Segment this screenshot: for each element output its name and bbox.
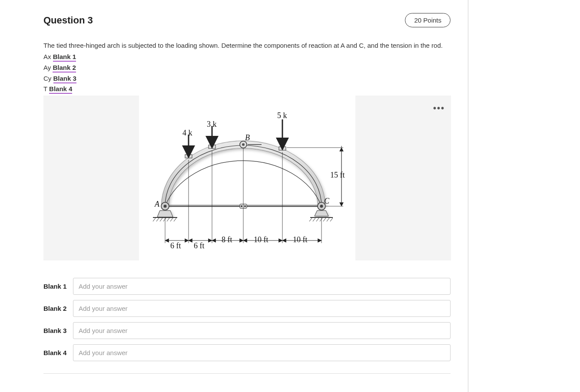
svg-point-6 xyxy=(242,143,245,146)
points-badge: 20 Points xyxy=(405,13,451,27)
svg-line-24 xyxy=(320,218,322,221)
point-c: C xyxy=(324,197,329,206)
dim-10ft-1: 10 ft xyxy=(254,235,268,244)
answer-section: Blank 1 Blank 2 Blank 3 Blank 4 xyxy=(43,278,451,361)
dim-6ft-1: 6 ft xyxy=(170,241,181,250)
variable-list: Ax Blank 1 Ay Blank 2 Cy Blank 3 T Blank… xyxy=(43,52,451,95)
blank-ref-2: Blank 2 xyxy=(53,64,76,72)
arch-diagram: 4 k 3 k 5 k A B C 15 ft 6 ft 6 ft 8 ft 1… xyxy=(139,96,355,260)
answer-input-3[interactable] xyxy=(73,322,451,339)
svg-line-14 xyxy=(163,218,166,221)
figure-container: ••• xyxy=(43,96,451,260)
answer-input-4[interactable] xyxy=(73,344,451,361)
dim-15ft: 15 ft xyxy=(330,171,345,180)
dim-8ft: 8 ft xyxy=(222,235,232,244)
svg-line-27 xyxy=(330,218,333,221)
question-prompt: The tied three-hinged arch is subjected … xyxy=(43,40,451,51)
svg-line-23 xyxy=(316,218,319,221)
main-column: Question 3 20 Points The tied three-hing… xyxy=(0,0,468,392)
load-5k: 5 k xyxy=(277,111,287,120)
dim-10ft-2: 10 ft xyxy=(293,235,308,244)
svg-rect-30 xyxy=(209,145,215,148)
answer-row: Blank 1 xyxy=(43,278,451,295)
blank-ref-4: Blank 4 xyxy=(49,85,72,94)
point-b: B xyxy=(245,133,250,142)
svg-rect-28 xyxy=(185,155,192,158)
figure-mask-left xyxy=(43,96,139,260)
svg-line-25 xyxy=(323,218,326,221)
answer-label-2: Blank 2 xyxy=(43,305,73,312)
answer-row: Blank 2 xyxy=(43,300,451,317)
answer-label-4: Blank 4 xyxy=(43,349,73,356)
t-label: T xyxy=(43,85,49,92)
svg-rect-32 xyxy=(279,147,286,150)
blank-ref-1: Blank 1 xyxy=(53,53,76,62)
svg-point-19 xyxy=(320,205,323,208)
question-content: Question 3 20 Points The tied three-hing… xyxy=(0,0,468,374)
question-header: Question 3 20 Points xyxy=(43,13,451,27)
page: Question 3 20 Points The tied three-hing… xyxy=(0,0,580,392)
blank-ref-3: Blank 3 xyxy=(53,75,76,83)
more-icon[interactable]: ••• xyxy=(433,103,445,113)
svg-line-13 xyxy=(160,218,162,221)
point-a: A xyxy=(155,200,159,209)
question-title: Question 3 xyxy=(43,15,93,26)
figure-mask-right: ••• xyxy=(355,96,451,260)
svg-line-22 xyxy=(313,218,315,221)
answer-label-1: Blank 1 xyxy=(43,283,73,290)
answer-input-1[interactable] xyxy=(73,278,451,295)
divider xyxy=(43,373,451,374)
svg-line-26 xyxy=(327,218,329,221)
svg-line-21 xyxy=(309,218,312,221)
svg-line-11 xyxy=(153,218,156,221)
load-4k: 4 k xyxy=(182,128,192,138)
svg-line-15 xyxy=(167,218,169,221)
answer-row: Blank 3 xyxy=(43,322,451,339)
load-3k: 3 k xyxy=(207,120,217,129)
svg-line-16 xyxy=(170,218,173,221)
answer-label-3: Blank 3 xyxy=(43,327,73,334)
cy-label: Cy xyxy=(43,75,53,82)
diagram-svg xyxy=(139,96,355,260)
dim-6ft-2: 6 ft xyxy=(194,241,205,250)
ay-label: Ay xyxy=(43,64,53,71)
ax-label: Ax xyxy=(43,53,53,60)
svg-line-12 xyxy=(156,218,159,221)
svg-line-17 xyxy=(174,218,176,221)
answer-input-2[interactable] xyxy=(73,300,451,317)
svg-point-3 xyxy=(241,205,242,207)
answer-row: Blank 4 xyxy=(43,344,451,361)
svg-point-9 xyxy=(164,205,167,208)
svg-point-4 xyxy=(244,205,246,207)
